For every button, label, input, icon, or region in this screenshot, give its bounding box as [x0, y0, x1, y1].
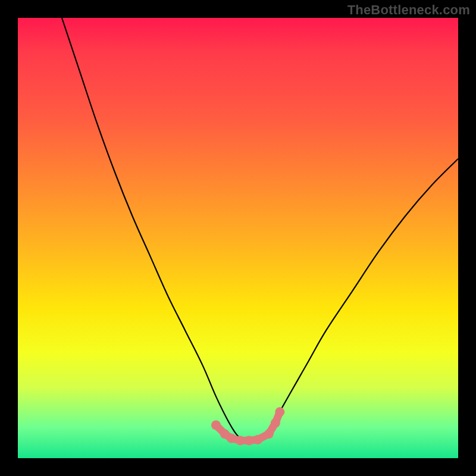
marker-dot — [275, 407, 284, 416]
bottleneck-curve — [62, 18, 458, 441]
curve-layer — [18, 18, 458, 458]
marker-dot — [271, 418, 280, 428]
marker-dot — [253, 435, 262, 444]
marker-dot — [245, 436, 254, 445]
plot-area — [18, 18, 458, 458]
marker-cluster — [211, 407, 284, 445]
marker-dot — [211, 421, 221, 430]
marker-dot — [236, 436, 245, 445]
marker-dot — [264, 429, 274, 439]
outer-frame: TheBottleneck.com — [0, 0, 476, 476]
marker-dot — [227, 434, 236, 443]
attribution-label: TheBottleneck.com — [347, 2, 470, 18]
